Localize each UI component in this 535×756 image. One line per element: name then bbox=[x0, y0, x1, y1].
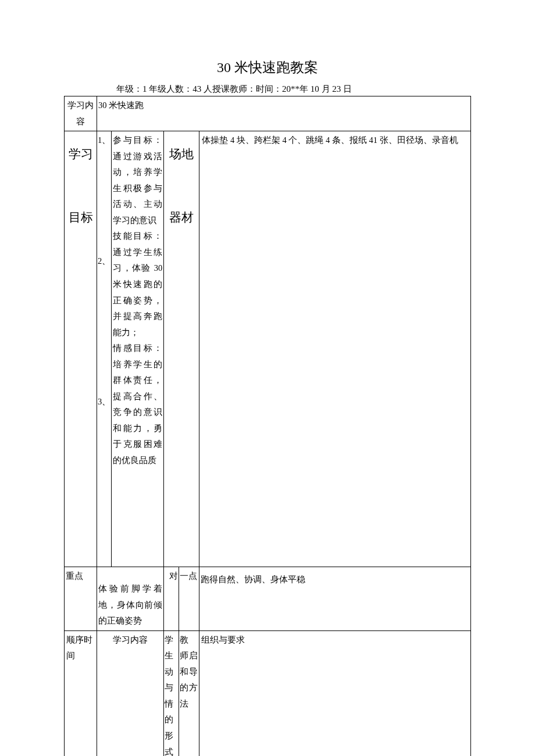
header-org-req: 组织与要求 bbox=[199, 630, 471, 756]
label-text: 学习 bbox=[69, 147, 93, 161]
cell-goal-numbers: 1、 2、 3、 bbox=[97, 131, 112, 567]
goal-text: 技能目标：通过学生练习，体验 30米快速跑的正确姿势，并提高奔跑能力； bbox=[113, 228, 162, 341]
goal-num: 3、 bbox=[98, 397, 110, 406]
header-seq-time: 顺序时间 bbox=[65, 630, 97, 756]
header-text: 学习内容 bbox=[113, 635, 148, 644]
table-row: 学习内容 30 米快速跑 bbox=[65, 96, 471, 131]
table-row: 顺序时间 学习内容 学生动与情的形式 教 师启 和导 的方法 组织与要求 bbox=[65, 630, 471, 756]
goal-num: 1、 bbox=[98, 135, 110, 145]
goal-text: 情感目标：培养学生的群体责任，提高合作、竞争的意识和能力，勇于克服困难的优良品质 bbox=[113, 341, 162, 468]
cell-keypoint-right: 跑得自然、协调、身体平稳 bbox=[199, 567, 471, 631]
keypoint-text: 体验前脚学着地，身体向前倾的正确姿势 bbox=[98, 584, 162, 625]
page-title: 30 米快速跑教案 bbox=[64, 58, 471, 77]
header-student-activity: 学生动与情的形式 bbox=[164, 630, 179, 756]
cell-equipment-label: 场地 器材 bbox=[164, 131, 199, 567]
label-text: 场地 bbox=[169, 147, 194, 161]
cell-learning-content-value: 30 米快速跑 bbox=[97, 96, 471, 131]
header-learning-content: 学习内容 bbox=[97, 630, 164, 756]
cell-learning-content-label: 学习内容 bbox=[65, 96, 97, 131]
goal-text: 参与目标：通过游戏活动，培养学生积极参与活动、主动学习的意识 bbox=[113, 132, 162, 228]
cell-keypoint-mid1: 对 bbox=[164, 567, 179, 631]
label-text: 器材 bbox=[169, 210, 194, 224]
goal-num: 2、 bbox=[98, 256, 110, 266]
lesson-plan-table: 学习内容 30 米快速跑 学习 目标 1、 2、 3、 参与目标：通过游戏活动，… bbox=[64, 96, 471, 756]
table-row: 学习 目标 1、 2、 3、 参与目标：通过游戏活动，培养学生积极参与活动、主动… bbox=[65, 131, 471, 567]
cell-goals-label: 学习 目标 bbox=[65, 131, 97, 567]
meta-line: 年级：1 年级人数：43 人授课教师：时间：20**年 10 月 23 日 bbox=[64, 84, 471, 95]
cell-keypoint-left: 体验前脚学着地，身体向前倾的正确姿势 bbox=[97, 567, 164, 631]
cell-goals-text: 参与目标：通过游戏活动，培养学生积极参与活动、主动学习的意识 技能目标：通过学生… bbox=[112, 131, 164, 567]
cell-keypoint-label: 重点 bbox=[65, 567, 97, 631]
cell-equipment-value: 体操垫 4 块、跨栏架 4 个、跳绳 4 条、报纸 41 张、田径场、录音机 bbox=[199, 131, 471, 567]
cell-keypoint-mid2: 一点 bbox=[179, 567, 199, 631]
label-text: 目标 bbox=[69, 210, 93, 224]
header-teacher-method: 教 师启 和导 的方法 bbox=[179, 630, 199, 756]
table-row: 重点 体验前脚学着地，身体向前倾的正确姿势 对 一点 跑得自然、协调、身体平稳 bbox=[65, 567, 471, 631]
